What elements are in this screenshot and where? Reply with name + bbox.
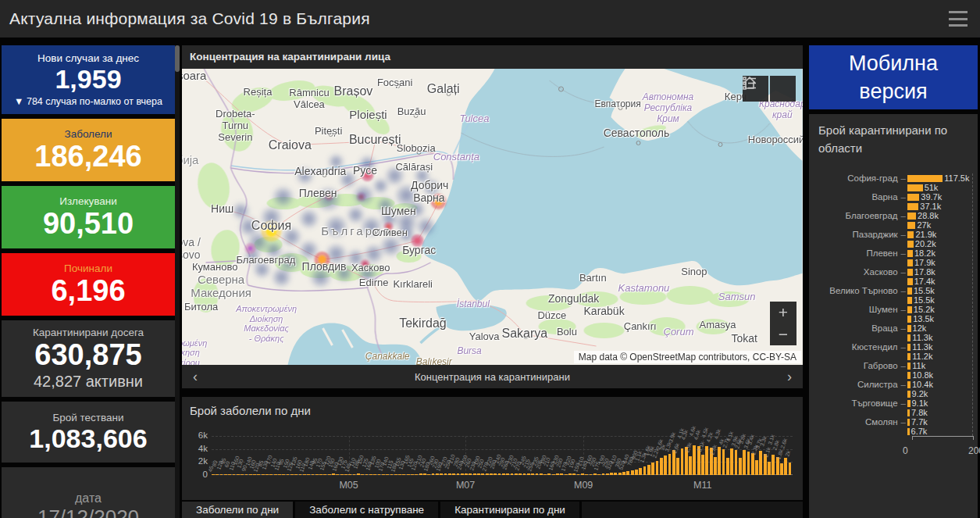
stat-card-title: дата xyxy=(2,491,175,505)
daily-bar xyxy=(336,474,339,475)
region-label xyxy=(809,202,907,211)
daily-bar xyxy=(730,448,733,475)
daily-bar xyxy=(639,468,642,475)
region-label xyxy=(809,408,907,417)
x-tick-label: M11 xyxy=(693,480,711,491)
region-row: Варна39.7k xyxy=(809,192,978,202)
tabs-filler xyxy=(582,502,803,518)
region-bar xyxy=(907,184,923,191)
daily-bar xyxy=(486,473,489,475)
x-tick-label: M07 xyxy=(456,480,475,491)
regions-chart-title: Брой карантинирани по области xyxy=(809,114,978,157)
region-bar xyxy=(907,306,912,313)
carousel-prev-arrow[interactable]: ‹ xyxy=(182,369,208,385)
region-row: 51k xyxy=(809,183,978,192)
stat-card-subtitle: 42,827 активни xyxy=(2,373,175,391)
region-row: Търговище9.1k xyxy=(809,398,978,408)
daily-bar xyxy=(290,474,294,475)
daily-bar-label: 3.9k xyxy=(668,431,676,443)
region-bar xyxy=(907,213,916,220)
daily-bar xyxy=(319,474,323,475)
daily-bar xyxy=(332,473,335,475)
daily-bar xyxy=(511,473,514,475)
tab-карантинирани-по-дни[interactable]: Карантинирани по дни xyxy=(440,502,579,518)
daily-bar xyxy=(274,474,277,475)
region-row: 13.5k xyxy=(809,314,978,323)
region-row: 9.2k xyxy=(809,389,978,398)
daily-bar xyxy=(739,458,742,475)
region-row: Смолян7.7k xyxy=(809,417,978,427)
tab-заболели-по-дни[interactable]: Заболели по дни xyxy=(182,502,293,518)
daily-bar xyxy=(536,473,539,475)
region-bar xyxy=(907,297,912,304)
daily-bar xyxy=(572,473,576,475)
region-row: Силистра10.4k xyxy=(809,380,978,389)
daily-bar xyxy=(585,474,588,476)
region-value: 11.3k xyxy=(912,333,932,342)
daily-bar xyxy=(303,474,306,475)
stat-card-title: Излекувани xyxy=(2,195,175,207)
region-bar xyxy=(907,194,919,201)
stat-card-title: Починали xyxy=(2,263,175,274)
hamburger-menu-icon[interactable] xyxy=(949,11,968,27)
region-bar xyxy=(907,269,913,276)
map-attribution: Map data © OpenStreetMap contributors, C… xyxy=(574,351,801,363)
region-row: 7.8k xyxy=(809,408,978,417)
mobile-version-button[interactable]: Мобилна версия xyxy=(809,45,978,109)
daily-bar xyxy=(461,473,464,475)
daily-bar xyxy=(457,473,460,475)
region-value: 7.7k xyxy=(911,417,928,427)
daily-bar xyxy=(705,446,708,476)
region-label: Плевен xyxy=(809,248,907,258)
daily-bar xyxy=(668,454,672,476)
region-row: 27k xyxy=(809,220,978,230)
daily-bar xyxy=(365,474,369,475)
daily-bar xyxy=(427,474,430,476)
region-bar xyxy=(907,391,911,398)
daily-bar xyxy=(631,470,634,476)
daily-bar xyxy=(531,473,534,475)
daily-bar xyxy=(622,472,625,475)
daily-bar xyxy=(257,474,260,475)
daily-bar xyxy=(452,473,455,475)
region-bar xyxy=(907,231,914,238)
carousel-next-arrow[interactable]: › xyxy=(776,369,803,385)
region-value: 9.2k xyxy=(912,389,928,398)
daily-cases-panel: Брой заболели по дни 6k4k2k0M05M07M09M11… xyxy=(182,397,803,500)
sidebar-scrollbar[interactable] xyxy=(175,45,180,518)
daily-bar xyxy=(494,473,497,475)
y-tick-label: 0 xyxy=(203,470,208,479)
region-bar xyxy=(907,250,913,257)
region-value: 11.2k xyxy=(912,352,932,361)
region-value: 12k xyxy=(913,323,927,333)
daily-bar xyxy=(726,458,729,476)
daily-bar xyxy=(527,473,530,475)
daily-bar xyxy=(440,473,443,475)
map-canvas[interactable]: mișoaraReșițaDrobeta- Turnu SeverinRâmni… xyxy=(182,69,803,365)
axis-max-label: 200k xyxy=(968,445,980,456)
regions-x-axis xyxy=(912,436,974,440)
zoom-out-button[interactable]: − xyxy=(770,323,796,345)
stat-card-title: Брой тествани xyxy=(2,412,175,423)
y-tick-label: 2k xyxy=(198,457,208,466)
region-label xyxy=(809,183,907,192)
daily-bar xyxy=(299,474,302,475)
zoom-in-button[interactable]: + xyxy=(770,302,796,323)
map-legend-button[interactable] xyxy=(770,76,796,102)
stat-card-date: дата17/12/2020 xyxy=(2,467,175,518)
daily-bar xyxy=(237,474,240,475)
region-row: 15.5k xyxy=(809,295,978,305)
region-value: 9.1k xyxy=(912,398,928,408)
daily-chart-title: Брой заболели по дни xyxy=(182,397,803,417)
daily-bar xyxy=(759,451,762,475)
y-tick-label: 6k xyxy=(198,430,208,440)
region-value: 117.5k xyxy=(944,173,969,183)
scrollbar-thumb[interactable] xyxy=(175,45,180,72)
daily-bar xyxy=(568,473,572,475)
daily-bar-label: 2.6k xyxy=(780,438,789,450)
tab-заболели-с-натрупване[interactable]: Заболели с натрупване xyxy=(295,502,438,518)
region-label xyxy=(809,220,907,230)
daily-bar xyxy=(498,473,501,475)
region-label: Смолян xyxy=(809,417,907,427)
stat-card-title: Заболели xyxy=(2,128,175,140)
